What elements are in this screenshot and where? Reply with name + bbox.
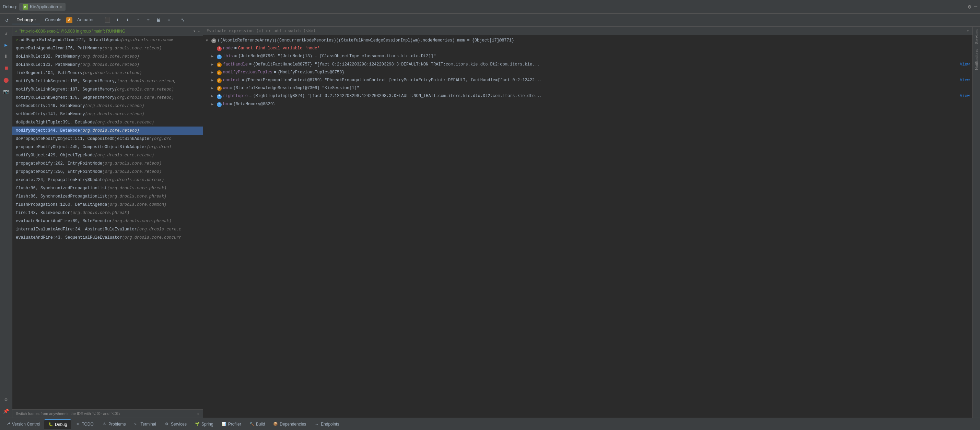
expand-arrow-icon[interactable]: ▶ <box>212 94 215 99</box>
sidebar-label-notifications[interactable]: Notifications <box>974 47 979 73</box>
var-view-link[interactable]: View <box>960 77 970 84</box>
stack-frame[interactable]: doPropagateModifyObject:511, CompositeOb… <box>12 135 203 143</box>
bottom-tab-profiler[interactable]: 📊Profiler <box>218 420 245 428</box>
stack-frame[interactable]: flushPropagations:1260, DefaultAgenda (o… <box>12 201 203 209</box>
step-into-btn[interactable]: ⬇ <box>113 16 122 25</box>
watch-input[interactable] <box>207 29 967 33</box>
step-out-btn[interactable]: ↑ <box>133 16 143 25</box>
sidebar-breakpoints[interactable]: ⬤ <box>2 75 11 84</box>
stack-frame[interactable]: evaluateNetworkAndFire:89, RuleExecutor … <box>12 217 203 225</box>
var-type-icon: f <box>217 94 222 99</box>
sidebar-stop[interactable]: ⏹ <box>2 64 11 73</box>
stack-frame[interactable]: ↩addEagerRuleAgendaItem:272, DefaultAgen… <box>12 36 203 44</box>
bottom-tab-terminal[interactable]: >_Terminal <box>130 420 160 428</box>
var-value: Cannot find local variable 'node' <box>238 45 970 52</box>
rerun-btn[interactable]: ↺ <box>2 16 12 25</box>
variable-row[interactable]: ▶p modifyPreviousTuples = {ModifyPreviou… <box>203 68 972 76</box>
sidebar-settings[interactable]: ⚙ <box>2 395 11 404</box>
actuator-icon: A <box>66 17 72 23</box>
stack-frame[interactable]: notifyRuleLinkSegment:195, SegmentMemory… <box>12 77 203 86</box>
expand-arrow-icon[interactable]: ▶ <box>212 102 215 107</box>
sidebar-pin[interactable]: 📌 <box>2 407 11 416</box>
minimize-icon[interactable]: ─ <box>974 4 977 10</box>
sidebar-resume[interactable]: ▶ <box>2 40 11 49</box>
bottom-tab-problems[interactable]: ⚠Problems <box>98 420 130 428</box>
settings-icon[interactable]: ⚙ <box>968 3 971 10</box>
bottom-tab-dependencies[interactable]: 📦Dependencies <box>269 420 310 428</box>
variable-row[interactable]: ! node = Cannot find local variable 'nod… <box>203 44 972 52</box>
variable-row[interactable]: ▶f rightTuple = {RightTupleImpl@8824} "[… <box>203 92 972 100</box>
expand-arrow-icon[interactable]: ▶ <box>212 70 215 75</box>
stack-frame[interactable]: internalEvaluateAndFire:34, AbstractRule… <box>12 225 203 233</box>
sidebar-pause[interactable]: ⏸ <box>2 52 11 61</box>
bottom-tab-spring[interactable]: 🌱Spring <box>191 420 218 428</box>
tab-actuator[interactable]: Actuator <box>73 16 98 24</box>
hint-close-btn[interactable]: × <box>197 412 199 416</box>
frame-class: (org.drools.core.reteoo) <box>80 62 139 68</box>
stack-frame[interactable]: doUpdateRightTuple:391, BetaNode (org.dr… <box>12 118 203 127</box>
expand-arrow-icon[interactable]: ▶ <box>212 78 215 83</box>
bottom-tab-services[interactable]: ⚙Services <box>160 420 191 428</box>
bottom-tab-build[interactable]: 🔨Build <box>245 420 269 428</box>
stack-frame[interactable]: fire:143, RuleExecutor (org.drools.core.… <box>12 209 203 217</box>
stack-frame[interactable]: propagateModify:256, EntryPointNode (org… <box>12 168 203 176</box>
frame-method: evaluateNetworkAndFire:89, RuleExecutor <box>16 218 112 224</box>
step-over-btn[interactable]: ⬛ <box>102 16 112 25</box>
var-type-icon: ! <box>217 46 222 51</box>
stack-frame[interactable]: evaluateAndFire:43, SequentialRuleEvalua… <box>12 233 203 242</box>
tab-debugger[interactable]: Debugger <box>12 16 40 24</box>
bottom-tab-todo[interactable]: ≡TODO <box>71 420 97 428</box>
filter-btn[interactable]: ▾ <box>193 29 196 34</box>
stack-frame[interactable]: flush:96, SynchronizedPropagationList (o… <box>12 184 203 192</box>
stack-frame[interactable]: notifyRuleLinkSegment:187, SegmentMemory… <box>12 86 203 94</box>
app-close-btn[interactable]: × <box>60 5 62 9</box>
run-to-cursor-btn[interactable]: ➡ <box>143 16 153 25</box>
sidebar-label-services[interactable]: Services <box>974 27 979 47</box>
var-type-icon: p <box>217 78 222 83</box>
expand-arrow-icon[interactable]: ▼ <box>206 38 210 44</box>
stack-frame[interactable]: notifyRuleLinkSegment:178, SegmentMemory… <box>12 94 203 102</box>
expand-arrow-icon[interactable]: ▶ <box>212 86 215 91</box>
expand-btn[interactable]: ⤡ <box>178 16 188 25</box>
var-name: this <box>223 53 233 60</box>
var-view-link[interactable]: View <box>960 61 970 68</box>
var-view-link[interactable]: View <box>960 93 970 100</box>
stack-frame[interactable]: doLinkRule:123, PathMemory (org.drools.c… <box>12 61 203 69</box>
stack-frame[interactable]: propagateModifyObject:445, CompositeObje… <box>12 143 203 151</box>
stack-frame[interactable]: execute:224, PropagationEntry$Update (or… <box>12 176 203 184</box>
variable-row[interactable]: ▶p wm = {StatefulKnowledgeSessionImpl@73… <box>203 84 972 92</box>
stack-frame[interactable]: setNodeDirty:141, BetaMemory (org.drools… <box>12 110 203 118</box>
watch-bar: ▾ <box>203 27 972 35</box>
variable-row[interactable]: ▶f bm = {BetaMemory@8829} <box>203 100 972 108</box>
var-name: rightTuple <box>223 93 248 100</box>
stack-frame[interactable]: modifyObject:429, ObjectTypeNode (org.dr… <box>12 151 203 159</box>
frames-btn[interactable]: ≡ <box>164 16 173 25</box>
frame-class: (org.drools.core.reteoo) <box>95 152 154 159</box>
watch-dropdown[interactable]: ▾ <box>967 29 969 33</box>
variable-row[interactable]: ▶p factHandle = {DefaultFactHandle@8757}… <box>203 61 972 68</box>
stack-frame[interactable]: doLinkRule:132, PathMemory (org.drools.c… <box>12 52 203 61</box>
stack-frame[interactable]: flush:86, SynchronizedPropagationList (o… <box>12 192 203 201</box>
var-value: {ModifyPreviousTuples@8758} <box>278 69 970 76</box>
sidebar-rerun[interactable]: ↺ <box>2 29 11 38</box>
stack-frame[interactable]: linkSegment:104, PathMemory (org.drools.… <box>12 69 203 77</box>
expand-arrow-icon[interactable]: ▶ <box>212 54 215 59</box>
eval-expr-btn[interactable]: 🖩 <box>154 16 163 25</box>
sidebar-camera[interactable]: 📷 <box>2 87 11 96</box>
thread-dropdown[interactable]: ▾ <box>198 29 200 33</box>
stack-frame[interactable]: queueRuleAgendaItem:176, PathMemory (org… <box>12 44 203 52</box>
expand-arrow-icon[interactable]: ▶ <box>212 62 215 68</box>
stack-frame[interactable]: modifyObject:344, BetaNode (org.drools.c… <box>12 127 203 135</box>
variable-row[interactable]: ▶f this = {JoinNode@8796} "[JoinNode(13)… <box>203 52 972 60</box>
variable-row[interactable]: ▼∞ ((AtomicReferenceArray)((ConcurrentNo… <box>203 37 972 44</box>
var-name: node <box>223 45 233 52</box>
bottom-tab-debug[interactable]: 🐛Debug <box>44 419 71 429</box>
step-into-my-code-btn[interactable]: ⬇ <box>123 16 132 25</box>
tab-console[interactable]: Console <box>41 16 65 24</box>
stack-frame[interactable]: propagateModify:262, EntryPointNode (org… <box>12 159 203 168</box>
variable-row[interactable]: ▶p context = {PhreakPropagationContext@8… <box>203 76 972 84</box>
bottom-tab-version-control[interactable]: ⎇Version Control <box>2 420 44 428</box>
bottom-tab-endpoints[interactable]: →Endpoints <box>310 420 343 428</box>
stack-frame[interactable]: setNodeDirty:149, BetaMemory (org.drools… <box>12 102 203 110</box>
app-tab[interactable]: K KieApplication × <box>19 3 65 11</box>
